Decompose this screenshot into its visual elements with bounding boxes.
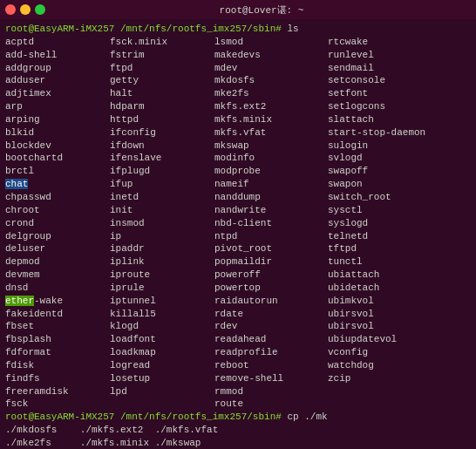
list-item: ubimkvol bbox=[328, 295, 441, 308]
list-item: mke2fs bbox=[214, 87, 328, 100]
list-item: findfs bbox=[5, 372, 110, 385]
list-item: nbd-client bbox=[214, 217, 328, 230]
list-item: nandwrite bbox=[214, 204, 328, 217]
list-item: telnetd bbox=[328, 230, 441, 243]
list-item: sendmail bbox=[328, 62, 441, 75]
list-item: httpd bbox=[110, 113, 214, 126]
close-button[interactable] bbox=[5, 4, 16, 15]
list-item: pivot_root bbox=[214, 242, 328, 255]
list-item: remove-shell bbox=[214, 372, 328, 385]
maximize-button[interactable] bbox=[35, 4, 45, 15]
list-item: logread bbox=[110, 359, 214, 372]
list-item: lpd bbox=[110, 385, 214, 398]
list-item: fakeidentd bbox=[5, 308, 110, 321]
list-item: crond bbox=[5, 217, 110, 230]
list-item: loadkmap bbox=[110, 346, 214, 359]
list-item: mkfs.minix bbox=[214, 113, 328, 126]
list-item: runlevel bbox=[328, 49, 441, 62]
list-item: modinfo bbox=[214, 152, 328, 165]
list-item: powertop bbox=[214, 282, 328, 295]
list-item: rmmod bbox=[214, 385, 328, 398]
list-item: swapon bbox=[328, 178, 441, 191]
list-item: insmod bbox=[110, 217, 214, 230]
list-item: fbset bbox=[5, 320, 110, 333]
list-item: adjtimex bbox=[5, 87, 110, 100]
list-item: sysctl bbox=[328, 204, 441, 217]
list-item: route bbox=[214, 398, 328, 411]
list-item: ip bbox=[110, 230, 214, 243]
list-item: raidautorun bbox=[214, 295, 328, 308]
ls-col-1: acptd add-shell addgroup adduser adjtime… bbox=[5, 36, 110, 411]
list-item: losetup bbox=[110, 372, 214, 385]
list-item: fsck.minix bbox=[110, 36, 214, 49]
prompt-1: root@EasyARM-iMX257 /mnt/nfs/rootfs_imx2… bbox=[5, 24, 287, 34]
list-item: tftpd bbox=[328, 242, 441, 255]
list-item: lsmod bbox=[214, 36, 328, 49]
list-item: ifconfig bbox=[110, 126, 214, 139]
list-item: iptunnel bbox=[110, 295, 214, 308]
list-item: ubiupdatevol bbox=[328, 333, 441, 346]
ls-col-2: fsck.minix fstrim ftpd getty halt hdparm… bbox=[110, 36, 214, 411]
list-item: nameif bbox=[214, 178, 328, 191]
list-item: setlogcons bbox=[328, 100, 441, 113]
list-item: readprofile bbox=[214, 346, 328, 359]
list-item: svlogd bbox=[328, 152, 441, 165]
list-item: slattach bbox=[328, 113, 441, 126]
command-line-2: root@EasyARM-iMX257 /mnt/nfs/rootfs_imx2… bbox=[5, 411, 471, 424]
list-item: depmod bbox=[5, 255, 110, 269]
list-item: addgroup bbox=[5, 62, 110, 75]
list-item: swapoff bbox=[328, 165, 441, 178]
list-item: ifplugd bbox=[110, 165, 214, 178]
list-item: mkfs.ext2 bbox=[214, 100, 328, 113]
list-item: ftpd bbox=[110, 62, 214, 75]
list-item: adduser bbox=[5, 74, 110, 87]
list-item: acptd bbox=[5, 36, 110, 49]
list-item: fdformat bbox=[5, 346, 110, 359]
list-item: getty bbox=[110, 74, 214, 87]
list-item: add-shell bbox=[5, 49, 110, 62]
list-item: deluser bbox=[5, 242, 110, 255]
list-item: arping bbox=[5, 113, 110, 126]
list-item: mkdosfs bbox=[214, 74, 328, 87]
list-item: syslogd bbox=[328, 217, 441, 230]
list-item: ubirsvol bbox=[328, 320, 441, 333]
list-item: tunctl bbox=[328, 255, 441, 269]
list-item: fdisk bbox=[5, 359, 110, 372]
list-item: iplink bbox=[110, 255, 214, 269]
list-item: fsck bbox=[5, 398, 110, 411]
list-item: readahead bbox=[214, 333, 328, 346]
list-item: setfont bbox=[328, 87, 441, 100]
list-item: iproute bbox=[110, 269, 214, 282]
list-item: rdate bbox=[214, 308, 328, 321]
list-item: init bbox=[110, 204, 214, 217]
list-item: ntpd bbox=[214, 230, 328, 243]
terminal-window: root@Lover谌: ~ root@EasyARM-iMX257 /mnt/… bbox=[0, 0, 476, 449]
list-item: switch_root bbox=[328, 191, 441, 204]
ls-output: acptd add-shell addgroup adduser adjtime… bbox=[5, 36, 471, 411]
list-item: ether-wake bbox=[5, 295, 110, 308]
list-item: halt bbox=[110, 87, 214, 100]
list-item: fstrim bbox=[110, 49, 214, 62]
prompt-2: root@EasyARM-iMX257 /mnt/nfs/rootfs_imx2… bbox=[5, 412, 287, 422]
list-item: modprobe bbox=[214, 165, 328, 178]
list-item: reboot bbox=[214, 359, 328, 372]
list-item: vconfig bbox=[328, 346, 441, 359]
list-item: ifup bbox=[110, 178, 214, 191]
list-item: klogd bbox=[110, 320, 214, 333]
list-item: delgroup bbox=[5, 230, 110, 243]
list-item: popmaildir bbox=[214, 255, 328, 269]
list-item: rdev bbox=[214, 320, 328, 333]
list-item: zcip bbox=[328, 372, 441, 385]
list-item: bootchartd bbox=[5, 152, 110, 165]
list-item: inetd bbox=[110, 191, 214, 204]
list-item: killall5 bbox=[110, 308, 214, 321]
minimize-button[interactable] bbox=[20, 4, 31, 15]
list-item: iprule bbox=[110, 282, 214, 295]
list-item: chroot bbox=[5, 204, 110, 217]
list-item: poweroff bbox=[214, 269, 328, 282]
list-item: start-stop-daemon bbox=[328, 126, 441, 139]
terminal-content[interactable]: root@EasyARM-iMX257 /mnt/nfs/rootfs_imx2… bbox=[0, 19, 476, 449]
list-item: chat bbox=[5, 178, 110, 191]
ls-col-3: lsmod makedevs mdev mkdosfs mke2fs mkfs.… bbox=[214, 36, 328, 411]
ls-col-4: rtcwake runlevel sendmail setconsole set… bbox=[328, 36, 441, 411]
